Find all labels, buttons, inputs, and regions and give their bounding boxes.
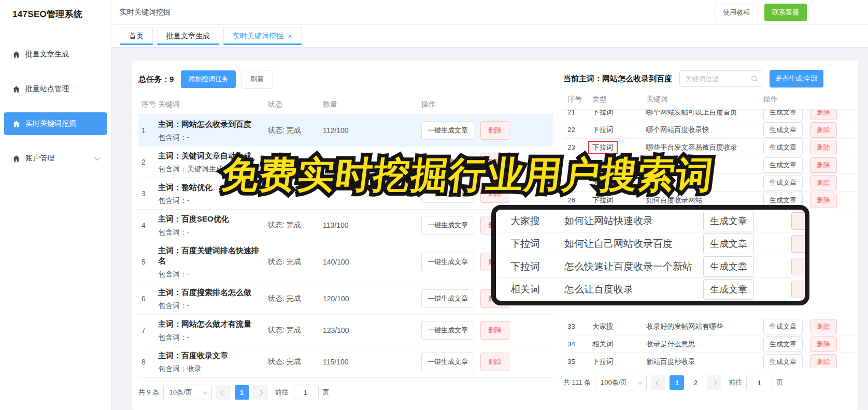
keywords-table-header: 序号 类型 关键词 操作 [563, 93, 858, 110]
keyword-row[interactable]: 33 大家搜 收录好的发帖网站有哪些 生成文章 删除 [563, 318, 858, 335]
keyword-row[interactable]: 35 下拉词 新站百度秒收录 生成文章 删除 [563, 353, 858, 368]
delete-button[interactable]: 删除 [480, 153, 509, 171]
col-count: 数量 [323, 100, 421, 109]
page-number-2[interactable]: 2 [688, 375, 703, 390]
breadcrumb: 实时关键词挖掘 [120, 8, 170, 17]
generate-article-button[interactable]: 生成文章 [763, 157, 803, 173]
magnified-row: 下拉词 如何让自己网站收录百度 生成文章 [496, 232, 805, 255]
contact-support-button[interactable]: 联系客服 [764, 4, 807, 21]
col-actions: 操作 [421, 100, 553, 109]
delete-button[interactable]: 删除 [480, 184, 509, 203]
close-icon[interactable]: × [288, 34, 292, 39]
delete-button[interactable]: 删除 [810, 122, 837, 138]
goto-page-input[interactable] [293, 385, 319, 400]
generate-article-button[interactable]: 一键生成文章 [421, 253, 474, 271]
delete-button[interactable]: 删除 [810, 140, 837, 155]
task-row[interactable]: 7 主词：网站怎么做才有流量包含词：- 状态: 完成 123/100 一键生成文… [138, 315, 553, 346]
keyword-row[interactable]: 34 相关词 收录是什么意思 生成文章 删除 [563, 335, 858, 353]
delete-button[interactable]: 删除 [810, 336, 837, 352]
task-row[interactable]: 4 主词：百度SEO优化包含词：- 状态: 完成 113/100 一键生成文章 … [138, 210, 553, 241]
delete-button[interactable]: 删除 [810, 354, 837, 369]
delete-button[interactable]: 删除 [810, 193, 837, 208]
generate-article-button[interactable]: 一键生成文章 [421, 321, 474, 340]
sidebar-item-1[interactable]: 批量站点管理 [4, 78, 107, 100]
tab-0[interactable]: 首页 [120, 27, 153, 45]
chevron-left-icon [221, 390, 226, 395]
tasks-rows: 1 主词：网站怎么收录到百度包含词：- 状态: 完成 112/100 一键生成文… [138, 115, 553, 378]
magnified-row: 大家搜 如何让网站快速收录 生成文章 [496, 210, 805, 232]
col-index: 序号 [567, 95, 592, 104]
generate-article-button[interactable]: 生成文章 [763, 140, 803, 155]
home-icon [12, 120, 20, 128]
generate-article-button[interactable]: 生成文章 [763, 336, 803, 352]
generate-article-button[interactable]: 一键生成文章 [421, 216, 474, 235]
chevron-right-icon [258, 390, 263, 395]
tab-2[interactable]: 实时关键词挖掘 × [223, 27, 302, 45]
prev-page-button[interactable] [651, 375, 665, 390]
magnified-row: 相关词 怎么让百度收录 生成文章 [496, 278, 805, 301]
keyword-filter-input[interactable] [679, 70, 762, 87]
sidebar-item-2[interactable]: 实时关键词挖掘 [4, 112, 107, 135]
task-row[interactable]: 6 主词：百度搜索排名怎么做包含词：- 状态: 完成 120/100 一键生成文… [138, 283, 553, 315]
delete-button-partial [791, 258, 809, 275]
sidebar: 147SEO管理系统 批量文章生成 批量站点管理 实时关键词挖掘 账户管理 [0, 0, 111, 410]
tasks-table-header: 序号 关键词 状态 数量 操作 [138, 97, 553, 115]
generate-article-button[interactable]: 生成文章 [763, 175, 803, 191]
col-type: 类型 [592, 95, 646, 104]
generate-article-button[interactable]: 生成文章 [763, 319, 803, 334]
keyword-row[interactable]: 25 大家搜 生成文章 删除 [563, 174, 858, 192]
tasks-panel: 总任务：9 添加挖词任务 刷新 序号 关键词 状态 数量 操作 1 主词：网站怎… [138, 70, 553, 410]
task-row[interactable]: 5 主词：百度关键词排名快速排名包含词：- 状态: 完成 140/100 一键生… [138, 241, 553, 283]
add-task-button[interactable]: 添加挖词任务 [181, 70, 236, 88]
page-number-1[interactable]: 1 [235, 385, 249, 400]
sidebar-item-3[interactable]: 账户管理 [4, 147, 107, 170]
generate-article-button[interactable]: 生成文章 [763, 122, 803, 138]
generate-article-button[interactable]: 一键生成文章 [421, 289, 474, 308]
delete-button[interactable]: 删除 [810, 157, 837, 173]
topbar: 实时关键词挖掘 使用教程 联系客服 [111, 0, 868, 25]
col-index: 序号 [138, 100, 158, 109]
task-row[interactable]: 8 主词：百度收录文章包含词：收录 状态: 完成 115/100 一键生成文章 … [138, 346, 553, 378]
keyword-row[interactable]: 21 下拉词 哪个网站发帖可以上百度首页 生成文章 删除 [563, 110, 858, 121]
current-main-keyword-label: 当前主词：网站怎么收录到百度 [563, 74, 672, 84]
delete-button[interactable]: 删除 [480, 321, 509, 340]
next-page-button[interactable] [707, 375, 721, 390]
col-actions: 操作 [763, 95, 858, 104]
page-size-select[interactable]: 100条/页 [595, 375, 647, 390]
home-icon [12, 85, 20, 93]
generate-article-button[interactable]: 一键生成文章 [421, 353, 474, 371]
chevron-left-icon [656, 380, 661, 385]
chevron-right-icon [712, 380, 717, 385]
tutorial-button[interactable]: 使用教程 [715, 4, 758, 21]
generate-all-button[interactable]: 是否生成:全部 [770, 70, 823, 87]
delete-button[interactable]: 删除 [810, 110, 837, 120]
page-number-1[interactable]: 1 [670, 375, 684, 390]
sidebar-item-0[interactable]: 批量文章生成 [4, 43, 107, 66]
generate-article-button-magnified: 生成文章 [703, 211, 754, 231]
page-size-select[interactable]: 10条/页 [163, 385, 211, 400]
generate-article-button[interactable]: 一键生成文章 [421, 153, 474, 171]
task-row[interactable]: 1 主词：网站怎么收录到百度包含词：- 状态: 完成 112/100 一键生成文… [138, 115, 553, 147]
generate-article-button[interactable]: 一键生成文章 [421, 121, 474, 140]
goto-page: 前往 页 [275, 385, 330, 400]
task-row[interactable]: 3 主词：整站优化包含词：- 一键生成文章 删除 [138, 178, 553, 210]
generate-article-button[interactable]: 一键生成文章 [421, 184, 474, 203]
keyword-row[interactable]: 23 下拉词 哪些平台发文容易被百度收录 生成文章 删除 [563, 139, 858, 156]
keyword-row[interactable]: 22 下拉词 哪个网站百度收录快 生成文章 删除 [563, 121, 858, 139]
delete-button[interactable]: 删除 [810, 319, 837, 334]
keyword-row[interactable]: 24 下拉词 生成文章 删除 [563, 156, 858, 174]
magnified-rows-overlay: 大家搜 如何让网站快速收录 生成文章 下拉词 如何让自己网站收录百度 生成文章 … [491, 205, 809, 305]
tab-1[interactable]: 批量文章生成 [157, 27, 219, 45]
goto-page-input[interactable] [746, 375, 772, 390]
tasks-panel-header: 总任务：9 添加挖词任务 刷新 [138, 70, 553, 89]
delete-button[interactable]: 删除 [810, 175, 837, 191]
next-page-button[interactable] [253, 385, 268, 400]
total-count-label: 共 111 条 [563, 378, 591, 387]
delete-button[interactable]: 删除 [480, 353, 509, 371]
delete-button[interactable]: 删除 [480, 121, 509, 140]
generate-article-button[interactable]: 生成文章 [763, 354, 803, 369]
refresh-button[interactable]: 刷新 [241, 70, 273, 89]
prev-page-button[interactable] [216, 385, 231, 400]
task-row[interactable]: 2 主词：关键词文章自动生成包含词：关键词生成 状态: 完成 100/100 一… [138, 147, 553, 178]
generate-article-button[interactable]: 生成文章 [763, 110, 803, 120]
